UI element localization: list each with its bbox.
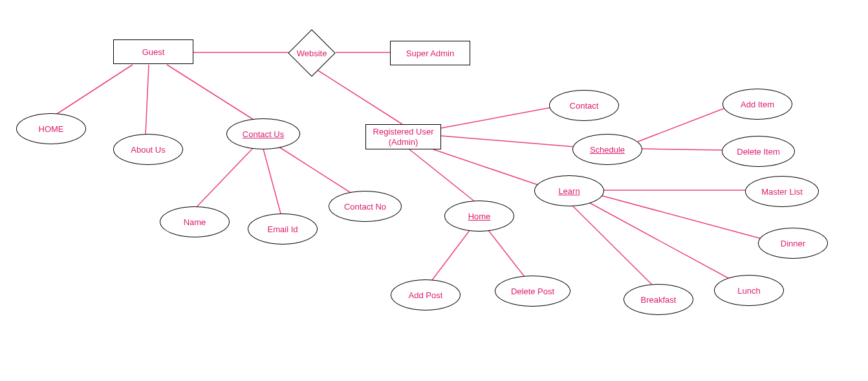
attr-schedule: Schedule: [572, 134, 642, 165]
svg-line-19: [430, 230, 470, 283]
entity-registered-user: Registered User(Admin): [365, 124, 441, 149]
svg-line-18: [570, 204, 654, 287]
home2-label: Home: [468, 212, 491, 221]
home-label: HOME: [39, 124, 64, 134]
attr-additem: Add Item: [722, 89, 792, 120]
attr-learn: Learn: [534, 175, 604, 206]
name-label: Name: [184, 217, 206, 227]
schedule-label: Schedule: [590, 145, 625, 155]
breakfast-label: Breakfast: [641, 295, 677, 305]
attr-home2: Home: [444, 201, 514, 232]
entity-superadmin: Super Admin: [390, 41, 470, 65]
learn-label: Learn: [558, 186, 580, 196]
additem-label: Add Item: [741, 100, 774, 109]
entity-guest: Guest: [113, 39, 193, 64]
attr-breakfast: Breakfast: [624, 284, 693, 315]
addpost-label: Add Post: [409, 290, 443, 300]
relationship-website: Website: [295, 36, 329, 70]
guest-label: Guest: [142, 47, 165, 57]
attr-dinner: Dinner: [758, 228, 828, 259]
attr-lunch: Lunch: [714, 275, 784, 306]
svg-line-13: [638, 108, 725, 142]
contact-label: Contact: [570, 101, 599, 111]
attr-name: Name: [160, 206, 230, 237]
attr-addpost: Add Post: [391, 279, 461, 310]
svg-line-3: [55, 65, 133, 115]
deleteitem-label: Delete Item: [737, 147, 779, 157]
attr-contactno: Contact No: [329, 191, 402, 222]
attr-emailid: Email Id: [248, 213, 318, 245]
attr-contact: Contact: [549, 90, 619, 121]
svg-line-16: [596, 194, 764, 239]
svg-line-11: [433, 149, 554, 190]
attr-contactus: Contact Us: [226, 118, 300, 149]
attr-deletepost: Delete Post: [495, 276, 570, 307]
svg-line-17: [585, 201, 737, 283]
lunch-label: Lunch: [737, 286, 760, 296]
svg-line-14: [642, 149, 722, 150]
svg-line-6: [194, 147, 254, 210]
registereduser-label: Registered User(Admin): [373, 127, 434, 147]
svg-line-20: [488, 230, 527, 280]
attr-masterlist: Master List: [745, 176, 819, 207]
contactus-label: Contact Us: [243, 129, 284, 139]
svg-line-7: [263, 149, 281, 216]
emailid-label: Email Id: [268, 224, 298, 234]
svg-line-10: [441, 136, 575, 147]
svg-line-2: [315, 69, 402, 124]
masterlist-label: Master List: [761, 187, 803, 197]
attr-aboutus: About Us: [113, 134, 183, 165]
svg-line-4: [146, 65, 149, 135]
svg-line-9: [441, 107, 552, 128]
contactno-label: Contact No: [344, 202, 386, 212]
svg-line-5: [167, 65, 259, 123]
attr-home: HOME: [16, 113, 86, 144]
superadmin-label: Super Admin: [406, 49, 454, 58]
svg-line-8: [277, 146, 361, 199]
deletepost-label: Delete Post: [511, 287, 554, 296]
svg-line-12: [409, 149, 477, 203]
aboutus-label: About Us: [131, 145, 165, 155]
attr-deleteitem: Delete Item: [722, 136, 795, 167]
dinner-label: Dinner: [781, 239, 805, 248]
website-label: Website: [297, 49, 327, 58]
